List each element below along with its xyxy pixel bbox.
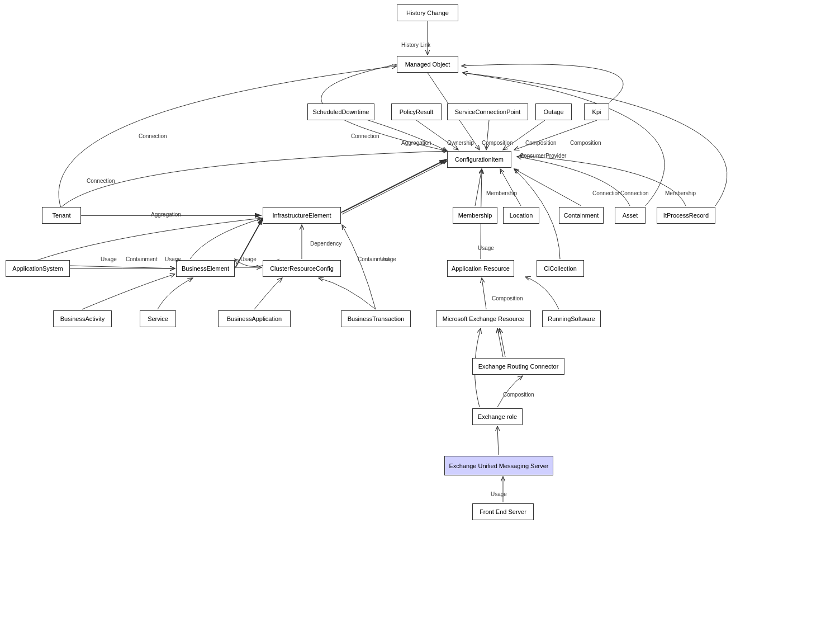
node-business_transaction[interactable]: BusinessTransaction [341, 310, 411, 327]
edge-label-25: Usage [491, 491, 507, 497]
node-managed_object[interactable]: Managed Object [397, 56, 458, 73]
node-kpi[interactable]: Kpi [584, 103, 609, 120]
edge-label-7: Composition [570, 140, 601, 146]
edge-label-21: Usage [380, 256, 396, 262]
svg-line-10 [342, 161, 447, 214]
edge-label-10: Membership [486, 190, 517, 196]
edge-label-16: Containment [126, 256, 158, 262]
node-exchange_routing_connector[interactable]: Exchange Routing Connector [472, 358, 564, 375]
node-policy_result[interactable]: PolicyResult [391, 103, 442, 120]
svg-line-12 [475, 169, 482, 206]
svg-line-14 [514, 169, 581, 206]
node-front_end_server[interactable]: Front End Server [472, 503, 534, 520]
node-membership[interactable]: Membership [453, 207, 497, 224]
node-application_system[interactable]: ApplicationSystem [6, 260, 70, 277]
node-service[interactable]: Service [140, 310, 176, 327]
edge-label-1: Connection [139, 133, 167, 139]
svg-line-11 [343, 159, 448, 212]
node-containment[interactable]: Containment [559, 207, 604, 224]
svg-line-9 [341, 159, 446, 213]
edge-label-24: Composition [503, 392, 534, 398]
svg-line-21 [500, 328, 505, 357]
svg-line-20 [497, 328, 503, 357]
edge-label-5: Composition [482, 140, 513, 146]
edge-label-12: Connection [620, 190, 649, 196]
node-cluster_resource_config[interactable]: ClusterResourceConfig [263, 260, 341, 277]
node-tenant[interactable]: Tenant [42, 207, 81, 224]
edge-label-15: Usage [101, 256, 117, 262]
node-exchange_unified_messaging[interactable]: Exchange Unified Messaging Server [444, 456, 553, 475]
node-ci_collection[interactable]: CiCollection [537, 260, 584, 277]
svg-line-13 [500, 169, 521, 206]
node-application_resource[interactable]: Application Resource [447, 260, 514, 277]
node-service_connection_point[interactable]: ServiceConnectionPoint [447, 103, 528, 120]
node-business_activity[interactable]: BusinessActivity [53, 310, 112, 327]
edge-label-23: Composition [492, 295, 523, 301]
node-asset[interactable]: Asset [615, 207, 646, 224]
node-business_element[interactable]: BusinessElement [176, 260, 235, 277]
node-microsoft_exchange_resource[interactable]: Microsoft Exchange Resource [436, 310, 531, 327]
edge-label-14: Aggregation [151, 211, 181, 218]
node-it_process_record[interactable]: ItProcessRecord [657, 207, 715, 224]
edge-label-2: Connection [351, 133, 379, 139]
edge-label-3: Aggregation [401, 140, 431, 146]
svg-arrows [0, 0, 840, 627]
node-exchange_role[interactable]: Exchange role [472, 408, 523, 425]
edge-label-4: Ownership [447, 140, 474, 146]
edge-label-6: Composition [525, 140, 557, 146]
edge-label-8: ConsumerProvider [520, 153, 566, 159]
svg-line-22 [497, 426, 499, 455]
node-infrastructure_element[interactable]: InfrastructureElement [263, 207, 341, 224]
edge-label-22: Usage [478, 245, 494, 251]
svg-line-19 [482, 278, 486, 309]
node-configuration_item[interactable]: ConfigurationItem [447, 151, 511, 168]
edge-label-17: Usage [165, 256, 181, 262]
edge-label-19: Dependency [310, 241, 341, 247]
edge-label-0: History Link [401, 42, 430, 48]
node-running_software[interactable]: RunningSoftware [542, 310, 601, 327]
edge-label-11: Connection [592, 190, 621, 196]
node-business_application[interactable]: BusinessApplication [218, 310, 291, 327]
edge-label-9: Connection [87, 178, 115, 184]
node-scheduled_downtime[interactable]: ScheduledDowntime [307, 103, 374, 120]
diagram-container: History ChangeManaged ObjectScheduledDow… [0, 0, 840, 627]
node-history_change[interactable]: History Change [397, 4, 458, 21]
edge-label-18: Usage [240, 256, 257, 262]
node-outage[interactable]: Outage [535, 103, 572, 120]
edge-label-13: Membership [665, 190, 696, 196]
node-location[interactable]: Location [503, 207, 539, 224]
